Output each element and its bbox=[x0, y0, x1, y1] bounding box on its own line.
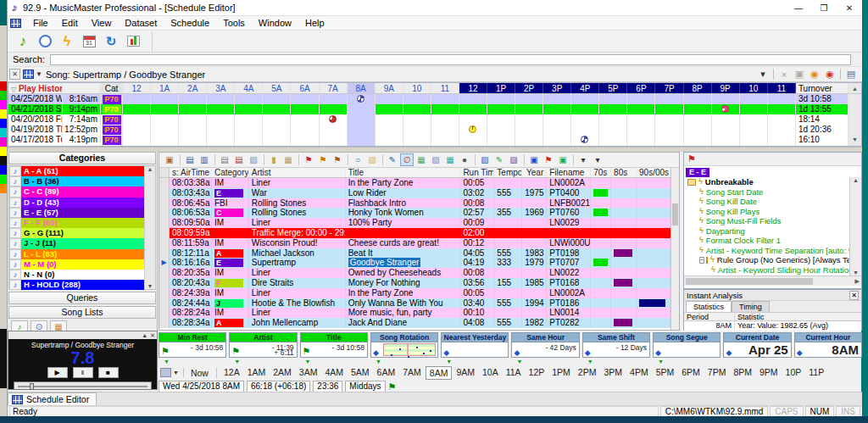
gauge-header[interactable]: Title bbox=[301, 333, 367, 342]
expander-icon[interactable]: − bbox=[699, 257, 704, 264]
hour-button-4am[interactable]: 4AM bbox=[321, 366, 347, 380]
schedule-row[interactable]: 08:09:50aIMLiner100% Party00:09LN0029 bbox=[159, 218, 670, 228]
calendar-icon[interactable]: 31 bbox=[79, 32, 99, 51]
hour-button-6pm[interactable]: 6PM bbox=[678, 366, 704, 380]
rule-tree-item[interactable]: ϟSong Kill Date bbox=[684, 197, 849, 207]
search-input[interactable] bbox=[50, 54, 851, 65]
column-header-category[interactable]: Category bbox=[212, 168, 249, 177]
minimize-button[interactable]: — bbox=[786, 0, 811, 15]
menu-edit[interactable]: Edit bbox=[55, 17, 85, 29]
pause-button[interactable]: ‖ bbox=[73, 367, 93, 378]
hour-button-9pm[interactable]: 9PM bbox=[756, 366, 782, 380]
column-header-title[interactable]: Title bbox=[346, 168, 461, 177]
gauge-header[interactable]: Same Shift bbox=[583, 333, 649, 342]
category-item-e[interactable]: ♪E - E (57) bbox=[9, 208, 144, 218]
print-icon[interactable]: ▤ bbox=[218, 153, 231, 166]
export-icon[interactable]: ▧ bbox=[247, 153, 260, 166]
hour-button-8am[interactable]: 8AM bbox=[426, 366, 453, 380]
hour-button-8pm[interactable]: 8PM bbox=[730, 366, 755, 380]
lightning-icon[interactable]: ϟ bbox=[57, 32, 77, 51]
hour-button-3pm[interactable]: 3PM bbox=[600, 366, 626, 380]
menu-view[interactable]: View bbox=[85, 17, 119, 29]
now-button[interactable]: Now bbox=[187, 367, 212, 379]
menu-file[interactable]: File bbox=[26, 17, 55, 29]
clipboard-copy-icon[interactable]: ▧ bbox=[478, 153, 492, 166]
camera-icon[interactable]: ● bbox=[458, 153, 471, 166]
hour-button-6am[interactable]: 6AM bbox=[374, 366, 399, 380]
column-header-year[interactable]: Year bbox=[522, 168, 547, 177]
tab-timing[interactable]: Timing bbox=[732, 301, 770, 312]
rule-tree-item[interactable]: ϟSong Must-Fill Fields bbox=[684, 216, 849, 226]
column-header-80s[interactable]: 80s bbox=[611, 168, 637, 177]
play-history-row[interactable]: 04/20/2018 Fri7:14amP7018:14 bbox=[8, 114, 861, 125]
mdi-system-icon[interactable] bbox=[10, 19, 21, 28]
rule-tree-hscrollbar[interactable]: ▶ bbox=[684, 276, 861, 286]
menu-dataset[interactable]: Dataset bbox=[118, 17, 164, 29]
edit-icon[interactable]: ✎ bbox=[386, 153, 399, 166]
category-item-f[interactable]: ♪F - F (60) bbox=[9, 218, 144, 228]
hour-button-2pm[interactable]: 2PM bbox=[575, 366, 600, 380]
column-header-70s[interactable]: 70s bbox=[591, 168, 611, 177]
schedule-row[interactable]: 08:20:43aFDire StraitsMoney For Nothing0… bbox=[159, 278, 670, 288]
dropdown-icon[interactable]: ▾ bbox=[591, 153, 604, 166]
gauge-header[interactable]: Song Rotation bbox=[371, 333, 437, 342]
edit-notes-icon[interactable]: ✎ bbox=[492, 153, 506, 166]
rule-tree-item[interactable]: ϟSong Kill Plays bbox=[684, 207, 849, 217]
hour-button-5pm[interactable]: 5PM bbox=[653, 366, 678, 380]
schedule-row[interactable]: ▶08:16:16aESupertrampGoodbye Stranger04:… bbox=[159, 258, 670, 268]
song-lists-button[interactable]: Song Lists bbox=[8, 306, 156, 319]
hour-button-11p[interactable]: 11P bbox=[805, 366, 827, 380]
schedule-editor-tab[interactable]: Schedule Editor bbox=[8, 392, 97, 405]
keyboard-icon[interactable]: ▣ bbox=[527, 153, 541, 166]
schedule-row[interactable]: 08:06:45aFBIRolling StonesFlashback Intr… bbox=[159, 198, 670, 209]
hour-button-2am[interactable]: 2AM bbox=[270, 366, 295, 380]
category-item-b[interactable]: ♪B - B (36) bbox=[9, 176, 144, 186]
schedule-row[interactable]: 08:28:34aAJohn MellencampJack And Diane0… bbox=[159, 318, 670, 328]
clock-icon[interactable] bbox=[35, 32, 55, 51]
mini-chart-icon[interactable]: ▦ bbox=[443, 153, 457, 166]
clipboard-paste-icon[interactable]: ▨ bbox=[507, 153, 520, 166]
chevron-down-icon[interactable]: ▼ bbox=[36, 70, 42, 78]
menu-window[interactable]: Window bbox=[252, 17, 298, 29]
flag-box-icon[interactable]: ⚑ bbox=[542, 153, 555, 166]
print-red-icon[interactable]: ▤ bbox=[232, 153, 246, 166]
close-icon[interactable]: × bbox=[776, 70, 792, 80]
refresh-icon[interactable]: ↻ bbox=[101, 32, 121, 51]
search-icon[interactable]: ○ bbox=[351, 153, 364, 166]
schedule-grid-scrollbar[interactable] bbox=[670, 168, 679, 330]
play-history-row[interactable]: 04/19/2018 Thu12:52pmP701d 20:36 bbox=[8, 125, 861, 135]
schedule-row[interactable]: 08:03:43aEWarLow Rider03:025551975PT0400 bbox=[159, 188, 670, 198]
pin-orange-icon[interactable]: ◉ bbox=[807, 69, 822, 80]
rule-tree-item[interactable]: ϟFormat Clock Filter 1 bbox=[684, 236, 849, 246]
gauge-header[interactable]: Artist bbox=[230, 333, 296, 342]
flag-down-icon[interactable]: ⚑ bbox=[331, 153, 344, 166]
hour-button-12p[interactable]: 12P bbox=[526, 366, 548, 380]
hour-button-12a[interactable]: 12A bbox=[220, 366, 243, 380]
dropdown-icon[interactable]: ▾ bbox=[576, 153, 590, 166]
print-icon[interactable]: ▤ bbox=[843, 69, 859, 80]
info-panel-icon[interactable]: ▤ bbox=[183, 153, 197, 166]
image-panel-icon[interactable]: ▦ bbox=[415, 153, 428, 166]
player-slider[interactable] bbox=[14, 381, 152, 390]
column-header-90s-00s[interactable]: 90s/00s bbox=[637, 168, 670, 177]
hour-button-10p[interactable]: 10P bbox=[782, 366, 805, 380]
folder-icon[interactable]: ▨ bbox=[365, 153, 379, 166]
music-note-icon[interactable]: ♪ bbox=[13, 32, 33, 51]
rule-flag-icon[interactable]: ⚑ bbox=[687, 153, 696, 164]
category-item-j[interactable]: ♪J - J (11) bbox=[9, 238, 144, 248]
menu-schedule[interactable]: Schedule bbox=[164, 17, 216, 29]
play-history-title[interactable]: ▽ Play History bbox=[8, 83, 63, 93]
maximize-button[interactable]: ❐ bbox=[811, 0, 837, 15]
schedule-row[interactable]: 08:03:38aIMLinerIn the Party Zone00:05LN… bbox=[159, 178, 670, 188]
category-item-m[interactable]: ♪M - M (0) bbox=[9, 259, 144, 270]
schedule-row[interactable]: 08:06:53aCRolling StonesHonky Tonk Women… bbox=[159, 208, 670, 218]
cell-title[interactable]: Goodbye Stranger bbox=[346, 258, 461, 268]
gauge-header[interactable]: Current Hour bbox=[795, 333, 861, 342]
schedule-row[interactable]: 08:24:39aIMLinerIn the Party Zone00:05LN… bbox=[159, 288, 670, 298]
rule-tree-item[interactable]: −ϟRule Group (No Generics) [Always Teste… bbox=[684, 255, 849, 265]
stop-button[interactable]: ■ bbox=[98, 367, 119, 378]
hour-button-11a[interactable]: 11A bbox=[503, 366, 525, 380]
hour-button-4pm[interactable]: 4PM bbox=[626, 366, 652, 380]
flags-icon[interactable]: ⚑ bbox=[302, 153, 315, 166]
schedule-row[interactable]: 08:28:24aIMLinerMore music, fun, party00… bbox=[159, 308, 670, 318]
